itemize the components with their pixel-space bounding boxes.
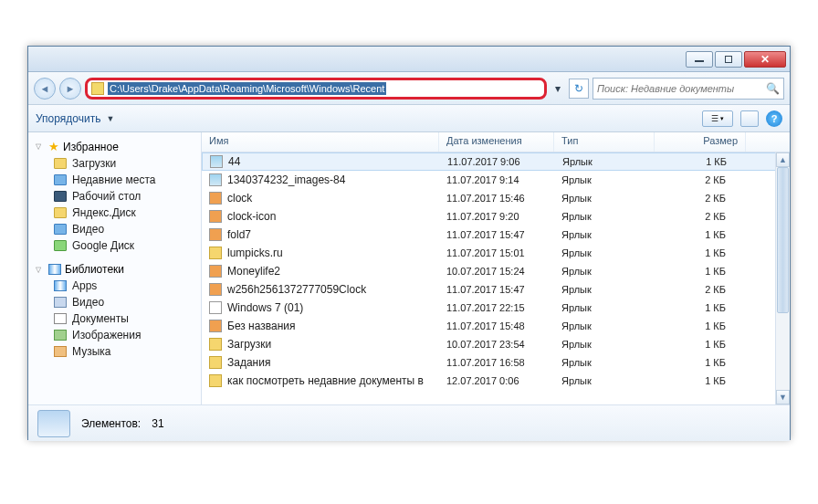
file-icon <box>209 210 222 223</box>
file-icon <box>209 247 222 259</box>
file-date: 11.07.2017 15:47 <box>439 282 554 297</box>
file-size: 1 КБ <box>655 264 739 278</box>
apps-icon <box>54 280 67 291</box>
preview-pane-button[interactable] <box>740 110 759 127</box>
file-size: 2 КБ <box>655 209 739 224</box>
recent-icon <box>54 174 67 185</box>
search-icon: 🔍 <box>766 82 780 95</box>
table-row[interactable]: w256h2561372777059Clock11.07.2017 15:47Я… <box>202 280 790 299</box>
table-row[interactable]: clock-icon11.07.2017 9:20Ярлык2 КБ <box>202 207 790 226</box>
file-name: 1340374232_images-84 <box>227 173 345 186</box>
file-date: 11.07.2017 15:46 <box>439 191 554 205</box>
sidebar-item-docs[interactable]: Документы <box>28 310 201 327</box>
file-type: Ярлык <box>554 355 655 370</box>
folder-icon <box>91 82 104 95</box>
table-row[interactable]: Windows 7 (01)11.07.2017 22:15Ярлык1 КБ <box>202 299 790 317</box>
file-name: 44 <box>228 155 240 168</box>
sidebar-item-yandex[interactable]: Яндекс.Диск <box>28 205 201 221</box>
file-icon <box>209 320 222 332</box>
forward-button[interactable]: ► <box>59 78 81 100</box>
star-icon: ★ <box>48 140 59 153</box>
favorites-label: Избранное <box>63 141 119 153</box>
table-row[interactable]: lumpicks.ru11.07.2017 15:01Ярлык1 КБ <box>202 244 790 262</box>
file-icon <box>209 173 222 186</box>
organize-button[interactable]: Упорядочить <box>36 112 100 125</box>
address-dropdown[interactable]: ▾ <box>551 82 565 95</box>
file-type: Ярлык <box>554 173 655 187</box>
file-date: 10.07.2017 23:54 <box>439 337 554 352</box>
scrollbar[interactable]: ▲ ▼ <box>775 152 790 404</box>
file-name: clock <box>227 192 252 205</box>
file-date: 11.07.2017 15:47 <box>439 227 554 242</box>
table-row[interactable]: 4411.07.2017 9:06Ярлык1 КБ <box>202 152 790 171</box>
file-name: как посмотреть недавние документы в <box>227 374 424 387</box>
table-row[interactable]: Загрузки10.07.2017 23:54Ярлык1 КБ <box>202 335 790 353</box>
scroll-down-icon[interactable]: ▼ <box>776 390 790 404</box>
file-size: 1 КБ <box>655 154 739 169</box>
sidebar-item-music[interactable]: Музыка <box>28 343 201 360</box>
file-size: 1 КБ <box>655 227 739 242</box>
file-name: Задания <box>227 356 270 369</box>
file-type: Ярлык <box>554 246 655 260</box>
search-input[interactable] <box>597 83 766 94</box>
scroll-up-icon[interactable]: ▲ <box>776 152 790 167</box>
col-name[interactable]: Имя <box>202 132 439 152</box>
help-icon[interactable]: ? <box>766 110 782 127</box>
col-date[interactable]: Дата изменения <box>439 132 554 152</box>
table-row[interactable]: fold711.07.2017 15:47Ярлык1 КБ <box>202 226 790 244</box>
table-row[interactable]: 1340374232_images-8411.07.2017 9:14Ярлык… <box>202 171 790 189</box>
sidebar-item-pics[interactable]: Изображения <box>28 327 201 343</box>
file-name: Moneylife2 <box>227 265 280 278</box>
sidebar-libraries[interactable]: Библиотеки <box>28 261 201 278</box>
maximize-button[interactable] <box>715 51 742 68</box>
scroll-thumb[interactable] <box>777 167 789 313</box>
sidebar-item-apps[interactable]: Apps <box>28 278 201 294</box>
table-row[interactable]: clock11.07.2017 15:46Ярлык2 КБ <box>202 189 790 207</box>
desktop-icon <box>54 191 67 202</box>
file-type: Ярлык <box>554 282 655 297</box>
table-row[interactable]: Задания11.07.2017 16:58Ярлык1 КБ <box>202 353 790 372</box>
sidebar-item-downloads[interactable]: Загрузки <box>28 155 201 172</box>
dropdown-icon[interactable]: ▼ <box>106 114 114 123</box>
yandex-icon <box>54 207 67 218</box>
file-icon <box>209 265 222 278</box>
col-type[interactable]: Тип <box>554 132 655 152</box>
sidebar-item-video2[interactable]: Видео <box>28 294 201 310</box>
address-bar[interactable]: C:\Users\Drake\AppData\Roaming\Microsoft… <box>85 78 547 100</box>
file-icon <box>210 155 223 168</box>
address-path[interactable]: C:\Users\Drake\AppData\Roaming\Microsoft… <box>108 82 386 95</box>
table-row[interactable]: Без названия11.07.2017 15:48Ярлык1 КБ <box>202 317 790 335</box>
file-size: 1 КБ <box>655 300 739 315</box>
file-type: Ярлык <box>554 337 655 352</box>
status-label: Элементов: <box>81 417 141 430</box>
file-name: lumpicks.ru <box>227 247 283 259</box>
back-button[interactable]: ◄ <box>34 78 56 100</box>
sidebar-item-recent[interactable]: Недавние места <box>28 172 201 188</box>
sidebar-item-video[interactable]: Видео <box>28 221 201 237</box>
file-type: Ярлык <box>554 373 655 388</box>
sidebar-favorites[interactable]: ★ Избранное <box>28 138 201 155</box>
refresh-button[interactable]: ↻ <box>569 79 589 99</box>
close-button[interactable]: ✕ <box>744 51 786 68</box>
sidebar-item-desktop[interactable]: Рабочий стол <box>28 188 201 205</box>
file-icon <box>209 338 222 351</box>
file-rows: 4411.07.2017 9:06Ярлык1 КБ1340374232_ima… <box>202 152 790 404</box>
file-type: Ярлык <box>554 191 655 205</box>
file-list: Имя Дата изменения Тип Размер 4411.07.20… <box>202 132 790 404</box>
file-size: 1 КБ <box>655 355 739 370</box>
table-row[interactable]: Moneylife210.07.2017 15:24Ярлык1 КБ <box>202 262 790 280</box>
sidebar-item-gdrive[interactable]: Google Диск <box>28 237 201 254</box>
file-type: Ярлык <box>554 227 655 242</box>
statusbar: Элементов: 31 <box>28 404 790 441</box>
file-size: 2 КБ <box>655 191 739 205</box>
col-size[interactable]: Размер <box>655 132 746 152</box>
file-icon <box>209 301 222 314</box>
toolbar: Упорядочить ▼ ☰▾ ? <box>28 105 790 132</box>
file-size: 1 КБ <box>655 373 739 388</box>
table-row[interactable]: как посмотреть недавние документы в12.07… <box>202 372 790 390</box>
search-box[interactable]: 🔍 <box>593 78 784 100</box>
file-name: w256h2561372777059Clock <box>227 283 366 296</box>
file-type: Ярлык <box>554 319 655 333</box>
view-options-button[interactable]: ☰▾ <box>702 110 733 127</box>
minimize-button[interactable] <box>686 51 713 68</box>
